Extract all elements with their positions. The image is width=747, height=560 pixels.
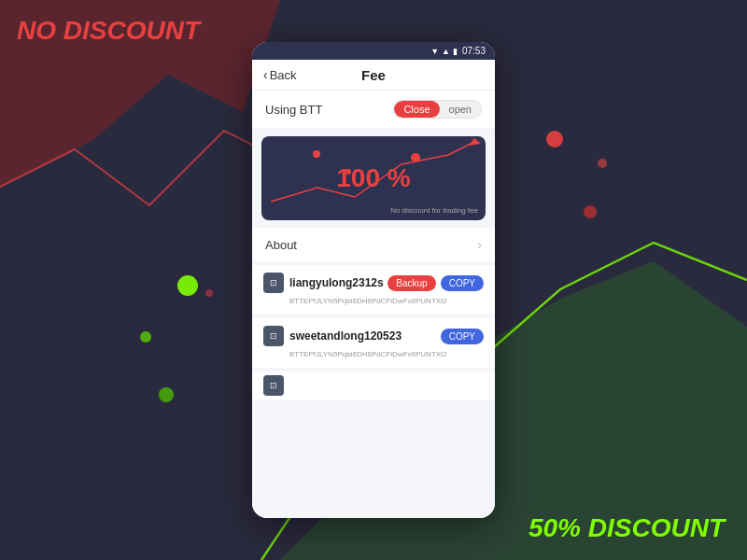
status-bar: ▼ ▲ ▮ 07:53 bbox=[252, 42, 495, 60]
app-header: ‹ Back Fee bbox=[252, 60, 495, 91]
toggle-open[interactable]: open bbox=[440, 101, 481, 118]
account-icon-1: ⊡ bbox=[263, 273, 284, 293]
account-item-1: ⊡ liangyulong2312s Backup COPY BTTEPfJLY… bbox=[252, 265, 495, 315]
page-title: Fee bbox=[361, 67, 386, 83]
float-circle-7 bbox=[205, 289, 213, 297]
scroll-content[interactable]: Using BTT Close open 100 % No discount f… bbox=[252, 91, 495, 518]
copy-button-1[interactable]: COPY bbox=[441, 275, 484, 291]
back-label: Back bbox=[270, 68, 297, 82]
back-button[interactable]: ‹ Back bbox=[263, 67, 297, 82]
account-address-1: BTTEPfJLYN5Pqbi6DH6PdCFiDwFx6PUNTXt2 bbox=[289, 297, 484, 305]
about-label: About bbox=[265, 238, 297, 252]
banner-subtitle: No discount for trading fee bbox=[390, 206, 478, 215]
time-display: 07:53 bbox=[462, 46, 486, 56]
float-circle-3 bbox=[584, 205, 597, 218]
back-chevron-icon: ‹ bbox=[263, 67, 268, 82]
signal-icon: ▼ bbox=[430, 47, 439, 56]
banner-percent: 100 % bbox=[336, 163, 410, 193]
account-name-2: sweetandlong120523 bbox=[289, 329, 402, 343]
battery-icon: ▮ bbox=[453, 47, 458, 56]
toggle-close[interactable]: Close bbox=[394, 101, 439, 118]
account-icon-2: ⊡ bbox=[263, 326, 284, 346]
about-chevron-icon: › bbox=[477, 237, 482, 252]
account-icon-glyph: ⊡ bbox=[270, 278, 277, 287]
about-row[interactable]: About › bbox=[252, 228, 495, 261]
float-circle-1 bbox=[546, 131, 563, 147]
account-icon-3: ⊡ bbox=[263, 375, 284, 396]
using-btt-label: Using BTT bbox=[265, 103, 322, 117]
phone-card: ▼ ▲ ▮ 07:53 ‹ Back Fee Using BTT Close o… bbox=[252, 42, 495, 518]
backup-button-1[interactable]: Backup bbox=[388, 275, 435, 291]
float-circle-4 bbox=[177, 275, 198, 296]
account-item-partial: ⊡ bbox=[252, 371, 495, 399]
no-discount-label: NO DISCOUNT bbox=[17, 17, 200, 46]
float-circle-5 bbox=[140, 331, 151, 343]
account-icon-glyph-3: ⊡ bbox=[270, 381, 277, 390]
account-name-1: liangyulong2312s bbox=[289, 276, 384, 289]
using-btt-row: Using BTT Close open bbox=[252, 91, 495, 129]
svg-marker-2 bbox=[469, 138, 481, 146]
copy-button-2[interactable]: COPY bbox=[441, 329, 484, 344]
discount-label: 50% DISCOUNT bbox=[529, 513, 725, 543]
float-circle-2 bbox=[598, 159, 607, 168]
wifi-icon: ▲ bbox=[442, 47, 450, 56]
float-circle-6 bbox=[159, 387, 174, 402]
toggle-switch[interactable]: Close open bbox=[393, 100, 482, 119]
fee-banner: 100 % No discount for trading fee bbox=[261, 136, 486, 220]
account-icon-glyph-2: ⊡ bbox=[270, 331, 277, 341]
account-address-2: BTTEPfJLYN5Pqbi6DH6PdCFiDwFx6PUNTXt2 bbox=[289, 350, 484, 358]
status-icons: ▼ ▲ ▮ 07:53 bbox=[430, 46, 486, 56]
account-item-2: ⊡ sweetandlong120523 COPY BTTEPfJLYN5Pqb… bbox=[252, 318, 495, 368]
